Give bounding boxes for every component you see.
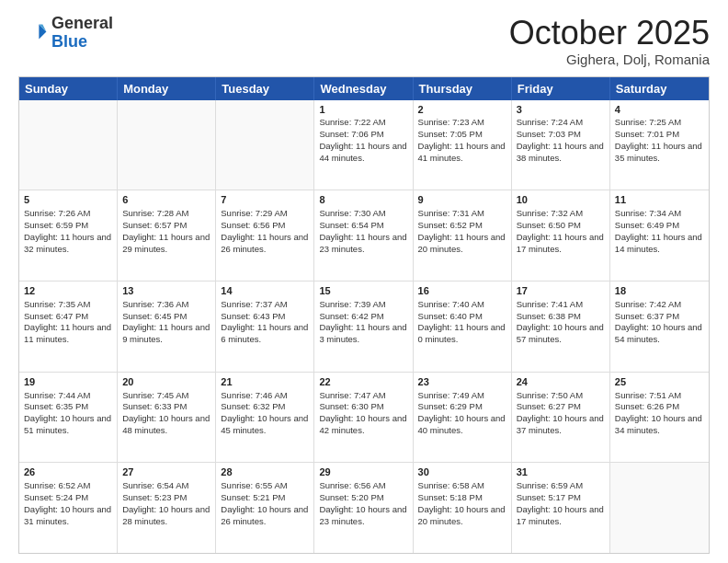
day-info: Sunrise: 7:49 AM Sunset: 6:29 PM Dayligh… — [418, 390, 506, 437]
day-number: 2 — [418, 103, 506, 117]
calendar-empty-cell — [216, 100, 314, 190]
calendar-day-7: 7Sunrise: 7:29 AM Sunset: 6:56 PM Daylig… — [216, 190, 314, 281]
calendar-day-23: 23Sunrise: 7:49 AM Sunset: 6:29 PM Dayli… — [414, 373, 512, 463]
day-number: 10 — [517, 193, 605, 207]
day-info: Sunrise: 7:24 AM Sunset: 7:03 PM Dayligh… — [517, 117, 605, 164]
calendar-day-25: 25Sunrise: 7:51 AM Sunset: 6:26 PM Dayli… — [610, 373, 709, 463]
day-info: Sunrise: 7:41 AM Sunset: 6:38 PM Dayligh… — [517, 299, 605, 346]
day-number: 21 — [221, 375, 309, 389]
day-info: Sunrise: 7:22 AM Sunset: 7:06 PM Dayligh… — [319, 117, 407, 164]
day-info: Sunrise: 7:29 AM Sunset: 6:56 PM Dayligh… — [221, 208, 309, 255]
day-info: Sunrise: 7:51 AM Sunset: 6:26 PM Dayligh… — [615, 390, 704, 437]
day-info: Sunrise: 6:52 AM Sunset: 5:24 PM Dayligh… — [24, 480, 112, 527]
calendar-day-16: 16Sunrise: 7:40 AM Sunset: 6:40 PM Dayli… — [414, 282, 512, 372]
day-info: Sunrise: 7:40 AM Sunset: 6:40 PM Dayligh… — [418, 299, 506, 346]
day-info: Sunrise: 7:47 AM Sunset: 6:30 PM Dayligh… — [319, 390, 407, 437]
day-number: 20 — [122, 375, 210, 389]
day-number: 22 — [319, 375, 407, 389]
calendar-day-10: 10Sunrise: 7:32 AM Sunset: 6:50 PM Dayli… — [512, 190, 610, 281]
day-info: Sunrise: 7:46 AM Sunset: 6:32 PM Dayligh… — [221, 390, 309, 437]
day-info: Sunrise: 6:55 AM Sunset: 5:21 PM Dayligh… — [221, 480, 309, 527]
day-info: Sunrise: 6:54 AM Sunset: 5:23 PM Dayligh… — [122, 480, 210, 527]
calendar-header-saturday: Saturday — [610, 77, 709, 100]
page: General Blue October 2025 Gighera, Dolj,… — [0, 0, 728, 563]
calendar-header-friday: Friday — [512, 77, 610, 100]
calendar-week-2: 5Sunrise: 7:26 AM Sunset: 6:59 PM Daylig… — [19, 190, 709, 282]
day-number: 14 — [221, 284, 309, 298]
calendar-day-2: 2Sunrise: 7:23 AM Sunset: 7:05 PM Daylig… — [414, 100, 512, 190]
calendar-day-21: 21Sunrise: 7:46 AM Sunset: 6:32 PM Dayli… — [216, 373, 314, 463]
calendar-day-8: 8Sunrise: 7:30 AM Sunset: 6:54 PM Daylig… — [314, 190, 413, 281]
calendar-week-5: 26Sunrise: 6:52 AM Sunset: 5:24 PM Dayli… — [19, 463, 709, 553]
logo-blue: Blue — [51, 32, 87, 51]
calendar-day-29: 29Sunrise: 6:56 AM Sunset: 5:20 PM Dayli… — [314, 463, 413, 553]
day-info: Sunrise: 7:50 AM Sunset: 6:27 PM Dayligh… — [517, 390, 605, 437]
day-info: Sunrise: 7:26 AM Sunset: 6:59 PM Dayligh… — [24, 208, 112, 255]
day-number: 8 — [319, 193, 407, 207]
logo-icon — [18, 18, 48, 48]
day-number: 1 — [319, 103, 407, 117]
calendar-header-wednesday: Wednesday — [314, 77, 413, 100]
day-number: 4 — [615, 103, 704, 117]
day-number: 18 — [615, 284, 704, 298]
calendar-day-30: 30Sunrise: 6:58 AM Sunset: 5:18 PM Dayli… — [414, 463, 512, 553]
calendar-empty-cell — [118, 100, 216, 190]
day-number: 6 — [122, 193, 210, 207]
title-block: October 2025 Gighera, Dolj, Romania — [509, 15, 710, 67]
header: General Blue October 2025 Gighera, Dolj,… — [18, 15, 710, 67]
day-number: 13 — [122, 284, 210, 298]
day-number: 26 — [24, 465, 112, 479]
day-info: Sunrise: 7:37 AM Sunset: 6:43 PM Dayligh… — [221, 299, 309, 346]
day-number: 24 — [517, 375, 605, 389]
calendar-day-12: 12Sunrise: 7:35 AM Sunset: 6:47 PM Dayli… — [19, 282, 118, 372]
calendar-header-thursday: Thursday — [414, 77, 512, 100]
calendar-day-9: 9Sunrise: 7:31 AM Sunset: 6:52 PM Daylig… — [414, 190, 512, 281]
calendar-day-5: 5Sunrise: 7:26 AM Sunset: 6:59 PM Daylig… — [19, 190, 118, 281]
day-info: Sunrise: 6:58 AM Sunset: 5:18 PM Dayligh… — [418, 480, 506, 527]
calendar-day-1: 1Sunrise: 7:22 AM Sunset: 7:06 PM Daylig… — [314, 100, 413, 190]
calendar-day-18: 18Sunrise: 7:42 AM Sunset: 6:37 PM Dayli… — [610, 282, 709, 372]
calendar-week-1: 1Sunrise: 7:22 AM Sunset: 7:06 PM Daylig… — [19, 100, 709, 191]
calendar-week-3: 12Sunrise: 7:35 AM Sunset: 6:47 PM Dayli… — [19, 282, 709, 373]
day-number: 30 — [418, 465, 506, 479]
day-number: 3 — [517, 103, 605, 117]
calendar-day-19: 19Sunrise: 7:44 AM Sunset: 6:35 PM Dayli… — [19, 373, 118, 463]
calendar-day-27: 27Sunrise: 6:54 AM Sunset: 5:23 PM Dayli… — [118, 463, 216, 553]
day-info: Sunrise: 7:39 AM Sunset: 6:42 PM Dayligh… — [319, 299, 407, 346]
calendar-day-22: 22Sunrise: 7:47 AM Sunset: 6:30 PM Dayli… — [314, 373, 413, 463]
day-info: Sunrise: 7:25 AM Sunset: 7:01 PM Dayligh… — [615, 117, 704, 164]
day-info: Sunrise: 7:30 AM Sunset: 6:54 PM Dayligh… — [319, 208, 407, 255]
day-number: 9 — [418, 193, 506, 207]
day-info: Sunrise: 7:34 AM Sunset: 6:49 PM Dayligh… — [615, 208, 704, 255]
month-title: October 2025 — [509, 15, 710, 52]
day-number: 5 — [24, 193, 112, 207]
calendar-header-row: SundayMondayTuesdayWednesdayThursdayFrid… — [19, 77, 709, 100]
day-number: 19 — [24, 375, 112, 389]
location: Gighera, Dolj, Romania — [509, 52, 710, 67]
calendar-empty-cell — [610, 463, 709, 553]
logo: General Blue — [18, 15, 113, 52]
calendar-week-4: 19Sunrise: 7:44 AM Sunset: 6:35 PM Dayli… — [19, 373, 709, 464]
calendar-header-sunday: Sunday — [19, 77, 118, 100]
day-info: Sunrise: 6:56 AM Sunset: 5:20 PM Dayligh… — [319, 480, 407, 527]
calendar-day-20: 20Sunrise: 7:45 AM Sunset: 6:33 PM Dayli… — [118, 373, 216, 463]
day-number: 15 — [319, 284, 407, 298]
day-number: 12 — [24, 284, 112, 298]
calendar-day-28: 28Sunrise: 6:55 AM Sunset: 5:21 PM Dayli… — [216, 463, 314, 553]
day-info: Sunrise: 7:35 AM Sunset: 6:47 PM Dayligh… — [24, 299, 112, 346]
day-number: 29 — [319, 465, 407, 479]
day-number: 23 — [418, 375, 506, 389]
calendar-header-tuesday: Tuesday — [216, 77, 314, 100]
calendar-day-4: 4Sunrise: 7:25 AM Sunset: 7:01 PM Daylig… — [610, 100, 709, 190]
calendar-day-24: 24Sunrise: 7:50 AM Sunset: 6:27 PM Dayli… — [512, 373, 610, 463]
day-number: 31 — [517, 465, 605, 479]
calendar-header-monday: Monday — [118, 77, 216, 100]
day-number: 25 — [615, 375, 704, 389]
calendar-day-14: 14Sunrise: 7:37 AM Sunset: 6:43 PM Dayli… — [216, 282, 314, 372]
day-number: 11 — [615, 193, 704, 207]
day-info: Sunrise: 7:42 AM Sunset: 6:37 PM Dayligh… — [615, 299, 704, 346]
calendar: SundayMondayTuesdayWednesdayThursdayFrid… — [18, 76, 710, 554]
day-info: Sunrise: 7:36 AM Sunset: 6:45 PM Dayligh… — [122, 299, 210, 346]
day-number: 27 — [122, 465, 210, 479]
calendar-day-3: 3Sunrise: 7:24 AM Sunset: 7:03 PM Daylig… — [512, 100, 610, 190]
